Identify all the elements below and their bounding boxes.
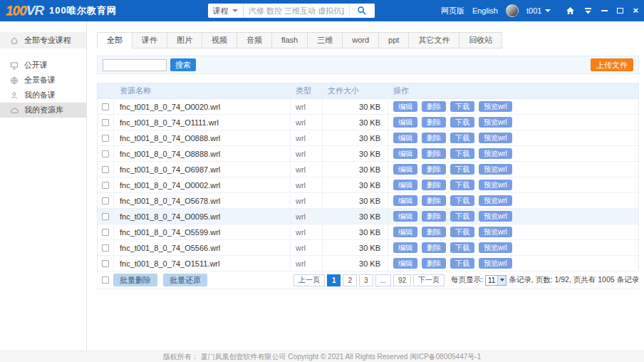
delete-button[interactable]: 删除 bbox=[422, 227, 446, 237]
preview-wrl-button[interactable]: 预览wrl bbox=[479, 242, 512, 253]
language-link[interactable]: English bbox=[472, 6, 498, 15]
select-all-checkbox[interactable] bbox=[102, 276, 109, 284]
row-checkbox[interactable] bbox=[102, 260, 109, 267]
edit-button[interactable]: 编辑 bbox=[393, 211, 417, 222]
download-button[interactable]: 下载 bbox=[450, 117, 474, 128]
delete-button[interactable]: 删除 bbox=[422, 117, 446, 128]
page-ellipsis[interactable]: ... bbox=[375, 274, 391, 286]
row-checkbox[interactable] bbox=[102, 182, 109, 189]
tab-7[interactable]: word bbox=[342, 32, 379, 48]
page-button-2[interactable]: 2 bbox=[343, 274, 357, 286]
maximize-button[interactable] bbox=[617, 6, 623, 16]
copyright-text: 版权所有： 厦门凤凰创壹软件有限公司 Copyright © 2021 All … bbox=[163, 352, 481, 362]
delete-button[interactable]: 删除 bbox=[422, 101, 446, 112]
row-checkbox[interactable] bbox=[102, 103, 109, 110]
preview-wrl-button[interactable]: 预览wrl bbox=[479, 195, 512, 206]
sidebar-item-1[interactable]: 公开课 bbox=[0, 58, 86, 73]
tab-8[interactable]: ppt bbox=[378, 32, 409, 48]
preview-wrl-button[interactable]: 预览wrl bbox=[479, 148, 512, 159]
next-page-button[interactable]: 下一页 bbox=[413, 274, 445, 286]
page-button-92[interactable]: 92 bbox=[393, 274, 411, 286]
web-version-link[interactable]: 网页版 bbox=[441, 6, 464, 16]
edit-button[interactable]: 编辑 bbox=[393, 180, 417, 190]
delete-button[interactable]: 删除 bbox=[422, 133, 446, 143]
row-checkbox[interactable] bbox=[102, 229, 109, 236]
download-button[interactable]: 下载 bbox=[450, 164, 474, 175]
edit-button[interactable]: 编辑 bbox=[393, 101, 417, 112]
header-search-input[interactable] bbox=[244, 4, 349, 18]
resource-name: fnc_t001_8_0_74_O1111.wrl bbox=[114, 115, 291, 130]
prev-page-button[interactable]: 上一页 bbox=[294, 274, 325, 286]
resource-search-input[interactable] bbox=[103, 59, 167, 71]
tab-6[interactable]: 三维 bbox=[307, 32, 343, 48]
sidebar-item-4[interactable]: 我的资源库 bbox=[0, 103, 86, 118]
preview-wrl-button[interactable]: 预览wrl bbox=[479, 258, 512, 269]
download-button[interactable]: 下载 bbox=[450, 180, 474, 190]
row-checkbox[interactable] bbox=[102, 213, 109, 220]
preview-wrl-button[interactable]: 预览wrl bbox=[479, 101, 512, 112]
theme-switch-button[interactable] bbox=[584, 6, 592, 16]
row-checkbox[interactable] bbox=[102, 119, 109, 126]
edit-button[interactable]: 编辑 bbox=[393, 133, 417, 143]
download-button[interactable]: 下载 bbox=[450, 242, 474, 253]
preview-wrl-button[interactable]: 预览wrl bbox=[479, 211, 512, 222]
download-button[interactable]: 下载 bbox=[450, 227, 474, 237]
delete-button[interactable]: 删除 bbox=[422, 195, 446, 206]
home-button[interactable] bbox=[566, 6, 575, 16]
edit-button[interactable]: 编辑 bbox=[393, 242, 417, 253]
row-checkbox[interactable] bbox=[102, 150, 109, 157]
edit-button[interactable]: 编辑 bbox=[393, 195, 417, 206]
tab-1[interactable]: 课件 bbox=[132, 32, 167, 48]
row-checkbox[interactable] bbox=[102, 244, 109, 252]
page-button-3[interactable]: 3 bbox=[359, 274, 373, 286]
tab-9[interactable]: 其它文件 bbox=[408, 32, 459, 48]
download-button[interactable]: 下载 bbox=[450, 133, 474, 143]
preview-wrl-button[interactable]: 预览wrl bbox=[479, 227, 512, 237]
row-checkbox[interactable] bbox=[102, 135, 109, 142]
tab-4[interactable]: 音频 bbox=[237, 32, 272, 48]
delete-button[interactable]: 删除 bbox=[422, 180, 446, 190]
download-button[interactable]: 下载 bbox=[450, 211, 474, 222]
delete-button[interactable]: 删除 bbox=[422, 258, 446, 269]
avatar[interactable] bbox=[506, 4, 519, 17]
batch-restore-button[interactable]: 批量还原 bbox=[163, 274, 207, 286]
download-button[interactable]: 下载 bbox=[450, 195, 474, 206]
tab-3[interactable]: 视频 bbox=[202, 32, 237, 48]
logo[interactable]: 100 VR bbox=[6, 3, 43, 19]
tab-0[interactable]: 全部 bbox=[97, 32, 133, 48]
sidebar-item-2[interactable]: 全景备课 bbox=[0, 73, 86, 88]
tab-10[interactable]: 回收站 bbox=[459, 32, 502, 48]
delete-button[interactable]: 删除 bbox=[422, 164, 446, 175]
sidebar-item-0[interactable]: 全部专业课程 bbox=[0, 32, 86, 48]
search-category-dropdown[interactable]: 课程 bbox=[208, 4, 244, 18]
batch-delete-button[interactable]: 批量删除 bbox=[113, 274, 157, 286]
preview-wrl-button[interactable]: 预览wrl bbox=[479, 180, 512, 190]
minimize-button[interactable] bbox=[601, 6, 608, 16]
tab-2[interactable]: 图片 bbox=[167, 32, 202, 48]
download-button[interactable]: 下载 bbox=[450, 258, 474, 269]
preview-wrl-button[interactable]: 预览wrl bbox=[479, 133, 512, 143]
row-checkbox[interactable] bbox=[102, 166, 109, 173]
search-button[interactable]: 搜索 bbox=[170, 58, 196, 71]
edit-button[interactable]: 编辑 bbox=[393, 258, 417, 269]
preview-wrl-button[interactable]: 预览wrl bbox=[479, 164, 512, 175]
page-size-select[interactable]: 11 bbox=[485, 275, 507, 286]
sidebar-item-3[interactable]: 我的备课 bbox=[0, 88, 86, 103]
edit-button[interactable]: 编辑 bbox=[393, 164, 417, 175]
download-button[interactable]: 下载 bbox=[450, 101, 474, 112]
delete-button[interactable]: 删除 bbox=[422, 242, 446, 253]
upload-file-button[interactable]: 上传文件 bbox=[591, 58, 633, 71]
row-checkbox[interactable] bbox=[102, 197, 109, 205]
delete-button[interactable]: 删除 bbox=[422, 211, 446, 222]
delete-button[interactable]: 删除 bbox=[422, 148, 446, 159]
edit-button[interactable]: 编辑 bbox=[393, 148, 417, 159]
header-search-button[interactable] bbox=[349, 4, 375, 18]
page-button-1[interactable]: 1 bbox=[327, 274, 341, 286]
edit-button[interactable]: 编辑 bbox=[393, 227, 417, 237]
edit-button[interactable]: 编辑 bbox=[393, 117, 417, 128]
user-menu[interactable]: t001 bbox=[526, 6, 551, 15]
tab-5[interactable]: flash bbox=[271, 32, 308, 48]
close-button[interactable]: × bbox=[633, 6, 638, 16]
download-button[interactable]: 下载 bbox=[450, 148, 474, 159]
preview-wrl-button[interactable]: 预览wrl bbox=[479, 117, 512, 128]
